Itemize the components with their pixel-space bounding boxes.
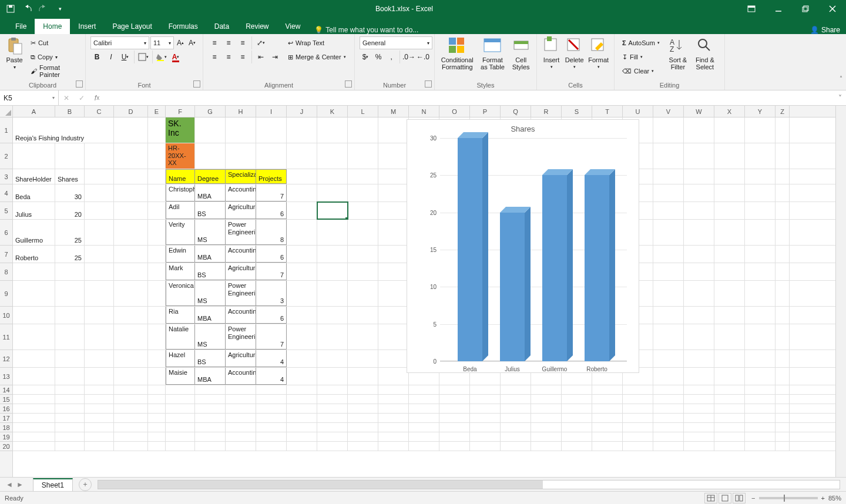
number-format-combo[interactable]: General▾: [360, 36, 432, 49]
cell-M12[interactable]: [378, 350, 409, 367]
cell-X12[interactable]: [714, 350, 745, 367]
cell-Y2[interactable]: [745, 143, 776, 169]
cell-C4[interactable]: [85, 184, 114, 201]
cell-C17[interactable]: [85, 414, 114, 422]
cell-F16[interactable]: [166, 404, 195, 413]
cell-I7[interactable]: 6: [256, 246, 287, 263]
cell-P15[interactable]: [470, 395, 501, 404]
cell-W15[interactable]: [684, 395, 714, 404]
column-header-T[interactable]: T: [592, 106, 623, 117]
cell-V19[interactable]: [653, 432, 684, 441]
cell-W2[interactable]: [684, 143, 714, 169]
cell-X19[interactable]: [714, 432, 745, 441]
cell-B2[interactable]: [55, 143, 85, 169]
cell-D1[interactable]: [114, 117, 148, 143]
cell-F13[interactable]: Maisie: [166, 368, 195, 385]
cell-I20[interactable]: [256, 442, 287, 451]
cell-J16[interactable]: [287, 404, 317, 413]
cell-B8[interactable]: [55, 263, 85, 280]
cell-M20[interactable]: [378, 442, 409, 451]
cell-H19[interactable]: [226, 432, 256, 441]
cell-Y11[interactable]: [745, 324, 776, 350]
cell-W11[interactable]: [684, 324, 714, 350]
cell-U18[interactable]: [623, 423, 653, 432]
row-header-20[interactable]: 20: [0, 442, 12, 451]
cell-U14[interactable]: [623, 385, 653, 394]
cell-E8[interactable]: [148, 263, 166, 280]
cell-H3[interactable]: Specialization: [226, 169, 256, 184]
decrease-indent-button[interactable]: ⇤: [254, 51, 267, 63]
cell-V1[interactable]: [653, 117, 684, 143]
cell-Y3[interactable]: [745, 169, 776, 184]
tab-review[interactable]: Review: [237, 19, 277, 34]
row-header-9[interactable]: 9: [0, 281, 12, 307]
cell-C9[interactable]: [85, 281, 114, 306]
cell-D12[interactable]: [114, 350, 148, 367]
cell-I5[interactable]: 6: [256, 202, 287, 219]
redo-button[interactable]: [36, 2, 51, 16]
cell-Y6[interactable]: [745, 220, 776, 245]
cell-S19[interactable]: [562, 432, 592, 441]
cell-A19[interactable]: [13, 432, 55, 441]
cell-W7[interactable]: [684, 246, 714, 263]
cell-T19[interactable]: [592, 432, 623, 441]
cell-E12[interactable]: [148, 350, 166, 367]
cell-K7[interactable]: [317, 246, 348, 263]
cell-R14[interactable]: [531, 385, 562, 394]
cell-F10[interactable]: Ria: [166, 307, 195, 324]
cell-L14[interactable]: [348, 385, 378, 394]
cell-Q19[interactable]: [501, 432, 531, 441]
minimize-button[interactable]: [765, 0, 792, 18]
cell-F14[interactable]: [166, 385, 195, 394]
cell-O14[interactable]: [439, 385, 470, 394]
delete-cells-button[interactable]: Delete▾: [565, 36, 584, 69]
cell-U17[interactable]: [623, 414, 653, 422]
cell-G20[interactable]: [195, 442, 226, 451]
cell-G18[interactable]: [195, 423, 226, 432]
tab-view[interactable]: View: [277, 19, 309, 34]
align-bottom-button[interactable]: ≡: [236, 36, 249, 49]
cell-I1[interactable]: [256, 117, 287, 143]
expand-formula-bar-button[interactable]: ˅: [834, 90, 846, 105]
cell-D19[interactable]: [114, 432, 148, 441]
column-header-K[interactable]: K: [317, 106, 348, 117]
align-middle-button[interactable]: ≡: [222, 36, 235, 49]
tab-file[interactable]: File: [7, 19, 35, 34]
cell-I12[interactable]: 4: [256, 350, 287, 367]
cell-M7[interactable]: [378, 246, 409, 263]
column-header-E[interactable]: E: [148, 106, 166, 117]
cell-Y5[interactable]: [745, 202, 776, 219]
cell-B3[interactable]: Shares: [55, 169, 85, 184]
column-header-D[interactable]: D: [114, 106, 148, 117]
cell-G6[interactable]: MS: [195, 220, 226, 245]
column-header-G[interactable]: G: [195, 106, 226, 117]
formula-input[interactable]: [105, 94, 834, 102]
cell-N16[interactable]: [409, 404, 439, 413]
cell-H20[interactable]: [226, 442, 256, 451]
row-header-14[interactable]: 14: [0, 385, 12, 395]
cancel-formula-button[interactable]: ✕: [59, 94, 74, 102]
cell-S16[interactable]: [562, 404, 592, 413]
cell-Y18[interactable]: [745, 423, 776, 432]
cell-S17[interactable]: [562, 414, 592, 422]
cell-K8[interactable]: [317, 263, 348, 280]
font-color-button[interactable]: A▾: [169, 51, 182, 63]
cell-H7[interactable]: Accounting: [226, 246, 256, 263]
cell-X3[interactable]: [714, 169, 745, 184]
cell-B14[interactable]: [55, 385, 85, 394]
cell-V6[interactable]: [653, 220, 684, 245]
cell-I11[interactable]: 7: [256, 324, 287, 350]
cell-E16[interactable]: [148, 404, 166, 413]
cell-M5[interactable]: [378, 202, 409, 219]
cell-Q16[interactable]: [501, 404, 531, 413]
cell-X5[interactable]: [714, 202, 745, 219]
cell-Z16[interactable]: [776, 404, 790, 413]
cell-Y9[interactable]: [745, 281, 776, 306]
cell-H1[interactable]: [226, 117, 256, 143]
increase-decimal-button[interactable]: .0→: [402, 51, 415, 63]
cell-W13[interactable]: [684, 368, 714, 385]
cell-F8[interactable]: Mark: [166, 263, 195, 280]
cell-B16[interactable]: [55, 404, 85, 413]
cell-I16[interactable]: [256, 404, 287, 413]
cell-Z12[interactable]: [776, 350, 790, 367]
